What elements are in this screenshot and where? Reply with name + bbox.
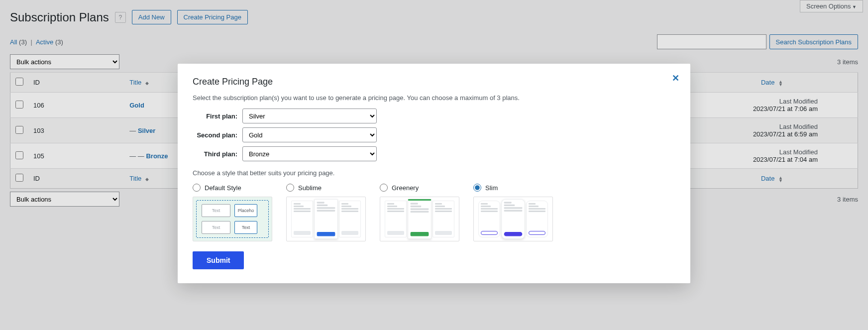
third-plan-label: Third plan: <box>193 150 237 158</box>
screen-options-toggle[interactable]: Screen Options <box>800 0 863 12</box>
row-checkbox[interactable] <box>15 101 23 109</box>
modal-intro: Select the subscription plan(s) you want… <box>193 94 675 102</box>
style-intro: Choose a style that better suits your pr… <box>193 169 675 177</box>
select-all-bottom[interactable] <box>15 174 23 182</box>
search-input[interactable] <box>657 34 766 49</box>
row-title-link[interactable]: Silver <box>138 127 155 134</box>
items-count-bottom: 3 items <box>837 196 858 203</box>
first-plan-label: First plan: <box>193 112 237 120</box>
third-plan-select[interactable]: Bronze <box>242 146 377 161</box>
style-thumb-default[interactable]: Text Placeho Text Text <box>193 197 272 215</box>
style-thumb-slim[interactable] <box>473 197 553 215</box>
style-thumb-sublime[interactable] <box>286 197 366 215</box>
second-plan-select[interactable]: Gold <box>242 127 377 142</box>
row-id: 103 <box>28 118 124 143</box>
page-title: Subscription Plans <box>10 10 109 24</box>
bulk-actions-bottom[interactable]: Bulk actions <box>10 192 119 207</box>
close-icon[interactable]: ✕ <box>672 73 679 84</box>
col-id-header: ID <box>28 73 124 93</box>
create-pricing-page-button[interactable]: Create Pricing Page <box>177 10 248 24</box>
sort-icon: ◆ <box>145 178 149 181</box>
style-radio-slim[interactable] <box>473 184 481 192</box>
sort-icon: ◆ <box>145 82 149 85</box>
style-label-default: Default Style <box>205 184 241 192</box>
col-id-footer: ID <box>28 169 124 189</box>
modal-title: Create Pricing Page <box>193 77 675 87</box>
row-title-link[interactable]: Bronze <box>146 152 168 160</box>
items-count-top: 3 items <box>837 58 858 66</box>
add-new-button[interactable]: Add New <box>132 10 171 24</box>
row-checkbox[interactable] <box>15 126 23 134</box>
style-radio-greenery[interactable] <box>380 184 388 192</box>
first-plan-select[interactable]: Silver <box>242 109 377 123</box>
status-filter-links: All (3) | Active (3) <box>10 38 63 46</box>
style-label-slim: Slim <box>485 184 498 192</box>
sort-icon: ▲▼ <box>778 80 783 86</box>
filter-active[interactable]: Active <box>36 38 53 46</box>
bulk-actions-top[interactable]: Bulk actions <box>10 54 119 69</box>
second-plan-label: Second plan: <box>193 131 237 139</box>
sort-icon: ▲▼ <box>778 176 783 182</box>
page-header: Subscription Plans ? Add New Create Pric… <box>10 10 858 24</box>
create-pricing-modal: ✕ Create Pricing Page Select the subscri… <box>178 64 690 215</box>
filter-active-count: (3) <box>55 38 63 46</box>
style-radio-default[interactable] <box>193 184 201 192</box>
row-id: 105 <box>28 143 124 169</box>
style-label-greenery: Greenery <box>392 184 419 192</box>
filter-all[interactable]: All <box>10 38 17 46</box>
row-id: 106 <box>28 93 124 118</box>
search-button[interactable]: Search Subscription Plans <box>769 34 858 49</box>
row-checkbox[interactable] <box>15 151 23 159</box>
select-all-top[interactable] <box>15 78 23 86</box>
help-icon[interactable]: ? <box>115 12 126 23</box>
filter-all-count: (3) <box>19 38 27 46</box>
style-label-sublime: Sublime <box>298 184 322 192</box>
style-thumb-greenery[interactable] <box>380 197 459 215</box>
style-radio-sublime[interactable] <box>286 184 294 192</box>
row-title-link[interactable]: Gold <box>129 102 144 109</box>
